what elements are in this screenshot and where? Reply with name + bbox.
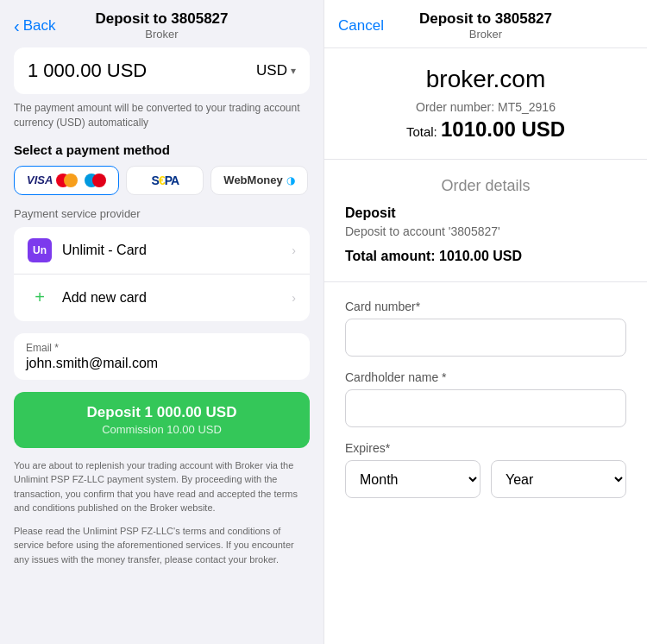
deposit-button[interactable]: Deposit 1 000.00 USD Commission 10.00 US… <box>14 392 310 448</box>
order-details-title: Order details <box>345 177 626 195</box>
right-header-title: Deposit to 3805827 Broker <box>419 10 552 41</box>
card-number-field: Card number* <box>345 300 626 357</box>
add-card-name: Add new card <box>62 290 292 306</box>
order-deposit-label: Deposit <box>345 205 626 221</box>
convert-note: The payment amount will be converted to … <box>14 101 310 130</box>
left-subtitle: Broker <box>95 28 228 41</box>
left-header-title: Deposit to 3805827 Broker <box>95 10 228 41</box>
right-subtitle: Broker <box>419 28 552 41</box>
webmoney-extra-icon: ◑ <box>286 174 295 186</box>
expires-label: Expires* <box>345 441 626 455</box>
cancel-button[interactable]: Cancel <box>338 17 384 35</box>
right-panel: Cancel Deposit to 3805827 Broker broker.… <box>324 0 647 644</box>
provider-list: Un Unlimit - Card › + Add new card › <box>14 227 310 321</box>
visa-mc-button[interactable]: VISA <box>14 166 119 195</box>
amount-value: 1 000.00 USD <box>28 60 147 82</box>
total-line: Total: 1010.00 USD <box>345 117 626 142</box>
order-deposit-desc: Deposit to account '3805827' <box>345 224 626 238</box>
right-content: broker.com Order number: MT5_2916 Total:… <box>324 48 647 644</box>
unlimit-name: Unlimit - Card <box>62 243 292 258</box>
deposit-button-commission-label: Commission 10.00 USD <box>26 423 298 436</box>
order-total-amount: Total amount: 1010.00 USD <box>345 249 626 264</box>
webmoney-button[interactable]: WebMoney ◑ <box>210 166 307 195</box>
email-value: john.smith@mail.com <box>26 356 298 371</box>
total-label: Total: <box>406 124 437 139</box>
left-content: 1 000.00 USD USD ▾ The payment amount wi… <box>0 47 324 644</box>
back-button[interactable]: ‹ Back <box>14 17 55 35</box>
add-card-item[interactable]: + Add new card › <box>14 275 310 321</box>
add-card-icon: + <box>28 286 52 310</box>
back-label: Back <box>23 17 56 35</box>
broker-section: broker.com Order number: MT5_2916 Total:… <box>324 48 647 160</box>
unlimit-icon: Un <box>28 238 52 262</box>
unlimit-provider-item[interactable]: Un Unlimit - Card › <box>14 227 310 275</box>
payment-methods-row: VISA S€PA WebMoney ◑ <box>14 166 310 195</box>
right-title: Deposit to 3805827 <box>419 10 552 28</box>
order-number: Order number: MT5_2916 <box>345 100 626 114</box>
expires-row: Month 01 02 03 04 05 06 07 08 09 10 11 <box>345 460 626 498</box>
card-form-section: Card number* Cardholder name * Expires* … <box>324 282 647 529</box>
provider-label: Payment service provider <box>14 207 310 220</box>
cardholder-input[interactable] <box>345 389 626 427</box>
month-field: Month 01 02 03 04 05 06 07 08 09 10 11 <box>345 460 481 498</box>
card-number-input[interactable] <box>345 319 626 357</box>
right-header: Cancel Deposit to 3805827 Broker <box>324 0 647 48</box>
disclaimer-2: Please read the Unlimint PSP FZ-LLC's te… <box>14 524 310 567</box>
email-label: Email * <box>26 342 298 354</box>
unlimit-chevron-icon: › <box>292 243 296 257</box>
amount-box: 1 000.00 USD USD ▾ <box>14 47 310 94</box>
left-header: ‹ Back Deposit to 3805827 Broker <box>0 0 324 47</box>
cardholder-label: Cardholder name * <box>345 370 626 384</box>
disclaimer-1: You are about to replenish your trading … <box>14 458 310 515</box>
deposit-button-main-label: Deposit 1 000.00 USD <box>26 404 298 421</box>
order-details-section: Order details Deposit Deposit to account… <box>324 160 647 282</box>
maestro-icon <box>85 174 106 187</box>
sepa-icon: S€PA <box>152 174 179 187</box>
month-select[interactable]: Month 01 02 03 04 05 06 07 08 09 10 11 <box>345 460 481 498</box>
left-panel: ‹ Back Deposit to 3805827 Broker 1 000.0… <box>0 0 324 644</box>
currency-label: USD <box>256 62 287 79</box>
email-box: Email * john.smith@mail.com <box>14 333 310 380</box>
left-title: Deposit to 3805827 <box>95 10 228 28</box>
sepa-button[interactable]: S€PA <box>126 166 204 195</box>
year-field: Year 2024 2025 2026 2027 2028 2029 2030 <box>491 460 626 498</box>
back-chevron-icon: ‹ <box>14 17 20 35</box>
mastercard-icon <box>56 174 78 187</box>
visa-icon: VISA <box>27 174 53 186</box>
card-number-label: Card number* <box>345 300 626 313</box>
cardholder-field: Cardholder name * <box>345 370 626 427</box>
add-card-chevron-icon: › <box>292 291 296 305</box>
total-amount: 1010.00 USD <box>441 117 565 141</box>
expires-field: Expires* Month 01 02 03 04 05 06 07 08 <box>345 441 626 498</box>
currency-chevron-icon: ▾ <box>291 65 296 77</box>
payment-methods-label: Select a payment method <box>14 142 310 157</box>
broker-domain: broker.com <box>345 66 626 93</box>
year-select[interactable]: Year 2024 2025 2026 2027 2028 2029 2030 <box>491 460 626 498</box>
currency-selector[interactable]: USD ▾ <box>256 62 296 79</box>
webmoney-icon: WebMoney <box>223 174 282 186</box>
